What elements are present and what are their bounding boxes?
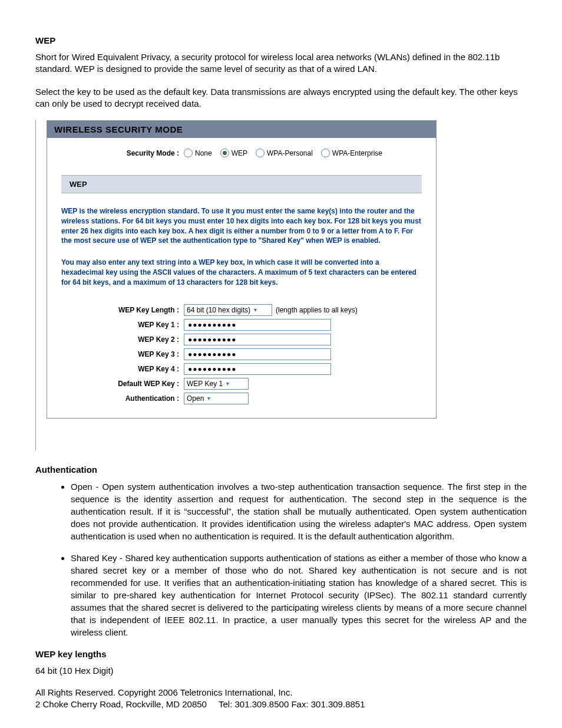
select-value: WEP Key 1 <box>187 380 223 388</box>
wep-info-2: You may also enter any text string into … <box>61 246 422 287</box>
input-value: ●●●●●●●●●● <box>188 335 236 344</box>
radio-icon <box>184 149 193 157</box>
default-wep-key-label: Default WEP Key : <box>61 380 184 388</box>
wep-heading: WEP <box>35 35 527 45</box>
wep-key-2-input[interactable]: ●●●●●●●●●● <box>184 334 331 345</box>
footer-address: 2 Choke Cherry Road, Rockville, MD 20850 <box>35 699 207 709</box>
wep-key-1-input[interactable]: ●●●●●●●●●● <box>184 319 331 331</box>
chevron-down-icon: ▾ <box>254 307 257 313</box>
mode-wpae-label: WPA-Enterprise <box>332 149 382 157</box>
mode-wep-option[interactable]: WEP <box>220 149 247 157</box>
authentication-label: Authentication : <box>61 394 184 403</box>
wep-key-1-label: WEP Key 1 : <box>61 321 184 329</box>
chevron-down-icon: ▾ <box>207 395 210 401</box>
mode-wpa-enterprise-option[interactable]: WPA-Enterprise <box>321 149 382 157</box>
page-footer: All Rights Reserved. Copyright 2006 Tele… <box>35 687 527 711</box>
wep-key-length-note: (length applies to all keys) <box>276 306 358 314</box>
mode-wpap-label: WPA-Personal <box>267 149 313 157</box>
footer-contact: Tel: 301.309.8500 Fax: 301.309.8851 <box>219 699 365 709</box>
radio-icon <box>256 149 265 157</box>
wep-key-3-input[interactable]: ●●●●●●●●●● <box>184 348 331 360</box>
chevron-down-icon: ▾ <box>226 380 229 387</box>
wep-key-lengths-heading: WEP key lengths <box>35 649 527 659</box>
mode-wep-label: WEP <box>232 149 247 157</box>
authentication-select[interactable]: Open▾ <box>184 393 249 404</box>
wep-key-3-label: WEP Key 3 : <box>61 350 184 358</box>
wep-key-4-label: WEP Key 4 : <box>61 365 184 373</box>
auth-shared-item: Shared Key - Shared key authentication s… <box>71 552 527 638</box>
input-value: ●●●●●●●●●● <box>188 365 236 373</box>
wep-key-length-label: WEP Key Length : <box>61 306 184 314</box>
wep-key-4-input[interactable]: ●●●●●●●●●● <box>184 363 331 375</box>
wep-intro-2: Select the key to be used as the default… <box>35 86 527 110</box>
wep-intro-1: Short for Wired Equivalent Privacy, a se… <box>35 51 527 75</box>
wep-key-lengths-line: 64 bit (10 Hex Digit) <box>35 665 527 677</box>
select-value: 64 bit (10 hex digits) <box>187 306 250 314</box>
screenshot-panel: WIRELESS SECURITY MODE Security Mode : N… <box>35 120 527 450</box>
mode-wpa-personal-option[interactable]: WPA-Personal <box>256 149 313 157</box>
authentication-heading: Authentication <box>35 465 527 475</box>
footer-copyright: All Rights Reserved. Copyright 2006 Tele… <box>35 687 527 699</box>
radio-icon <box>220 149 229 157</box>
default-wep-key-select[interactable]: WEP Key 1▾ <box>184 378 249 390</box>
security-mode-label: Security Mode : <box>61 149 184 157</box>
panel-title-bar: WIRELESS SECURITY MODE <box>47 121 436 138</box>
input-value: ●●●●●●●●●● <box>188 321 236 329</box>
mode-none-label: None <box>195 149 212 157</box>
mode-none-option[interactable]: None <box>184 149 212 157</box>
input-value: ●●●●●●●●●● <box>188 350 236 358</box>
auth-open-item: Open - Open system authentication involv… <box>71 480 527 542</box>
wep-section-header: WEP <box>61 175 422 193</box>
wep-info-1: WEP is the wireless encryption standard.… <box>61 193 422 246</box>
wep-key-length-select[interactable]: 64 bit (10 hex digits)▾ <box>184 304 272 316</box>
select-value: Open <box>187 394 204 403</box>
wep-key-2-label: WEP Key 2 : <box>61 335 184 344</box>
radio-icon <box>321 149 330 157</box>
